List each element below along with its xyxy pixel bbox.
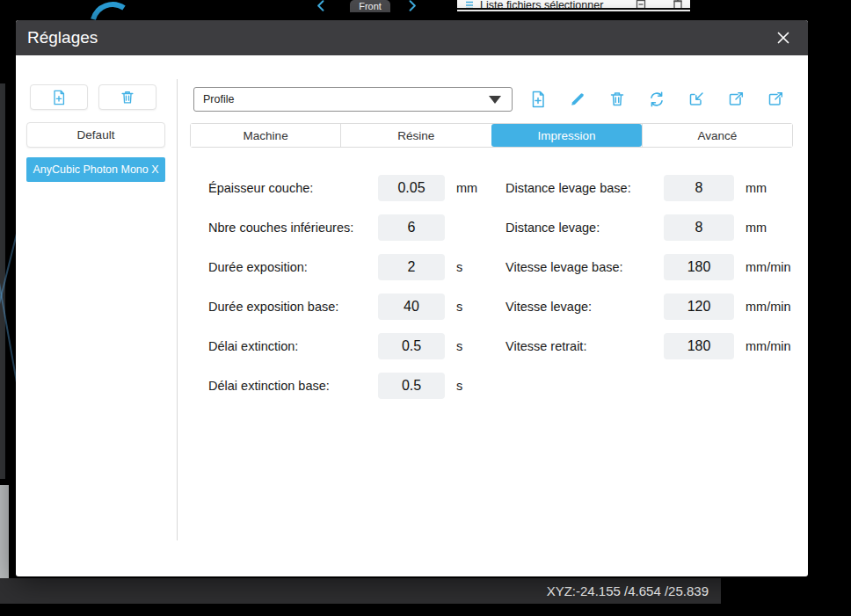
bottom-lift-speed-unit: mm/min (746, 260, 791, 274)
add-printer-icon (51, 90, 67, 105)
tab-resine[interactable]: Résine (340, 124, 491, 147)
refresh-profiles-button[interactable] (644, 86, 670, 112)
view-front-tab[interactable]: Front (350, 0, 390, 12)
print-settings-left-column: Épaisseur couche: mm Nbre couches inféri… (208, 175, 477, 399)
lift-distance-label: Distance levage: (506, 221, 664, 235)
edit-profile-button[interactable] (564, 86, 591, 112)
settings-tabs: Machine Résine Impression Avancé (190, 123, 793, 148)
retract-speed-unit: mm/min (746, 339, 791, 353)
refresh-icon (648, 91, 666, 108)
bottom-light-off-delay-label: Délai extinction base: (208, 379, 378, 393)
xyz-coordinates: XYZ:-24.155 /4.654 /25.839 (547, 583, 709, 598)
lift-speed-unit: mm/min (746, 300, 791, 314)
layer-thickness-unit: mm (456, 181, 477, 195)
form-row: Distance levage: mm (506, 214, 791, 241)
view-next-icon[interactable] (406, 0, 418, 11)
bottom-lift-distance-label: Distance levage base: (506, 181, 664, 195)
app-window: Front Liste fichiers sélectionner XYZ:-2… (0, 0, 851, 616)
lift-speed-label: Vitesse levage: (506, 300, 664, 314)
printer-list-toolbar (30, 84, 156, 110)
tab-avance[interactable]: Avancé (642, 124, 792, 147)
bottom-layers-label: Nbre couches inférieures: (208, 221, 378, 235)
close-button[interactable] (770, 25, 796, 51)
light-off-delay-unit: s (456, 339, 462, 353)
retract-speed-label: Vitesse retrait: (506, 339, 664, 353)
file-list-panel-sliver: Liste fichiers sélectionner (457, 0, 690, 11)
light-off-delay-label: Délai extinction: (208, 339, 378, 353)
file-list-header: Liste fichiers sélectionner (480, 0, 603, 11)
app-logo-fragment (91, 0, 126, 20)
import-icon (687, 91, 705, 108)
edit-icon (569, 91, 586, 108)
form-row: Distance levage base: mm (506, 175, 791, 201)
form-row: Nbre couches inférieures: (208, 214, 477, 241)
lift-distance-unit: mm (746, 221, 767, 235)
bottom-lift-speed-input[interactable] (664, 254, 734, 280)
lift-speed-input[interactable] (664, 294, 734, 320)
status-bar: XYZ:-24.155 /4.654 /25.839 (0, 578, 721, 604)
form-row: Durée exposition: s (208, 254, 477, 280)
bottom-layers-input[interactable] (378, 214, 445, 241)
bottom-lift-speed-label: Vitesse levage base: (506, 260, 664, 274)
layer-thickness-input[interactable] (378, 175, 445, 201)
tab-impression[interactable]: Impression (491, 124, 642, 147)
exposure-time-label: Durée exposition: (208, 260, 378, 274)
form-row: Épaisseur couche: mm (208, 175, 477, 201)
print-settings-right-column: Distance levage base: mm Distance levage… (506, 175, 791, 359)
view-prev-icon[interactable] (315, 0, 327, 11)
form-row: Vitesse levage base: mm/min (506, 254, 791, 280)
export-icon (727, 91, 745, 108)
tab-machine[interactable]: Machine (191, 124, 340, 147)
bottom-light-off-delay-unit: s (456, 379, 462, 393)
panel-divider (177, 79, 178, 540)
panel-edge-line (457, 8, 690, 10)
default-printer-button[interactable]: Default (26, 122, 165, 148)
bottom-lift-distance-unit: mm (746, 181, 767, 195)
bottom-lift-distance-input[interactable] (664, 175, 734, 201)
bottom-light-off-delay-input[interactable] (378, 373, 445, 399)
add-profile-button[interactable] (525, 86, 551, 112)
share-profile-button[interactable] (762, 86, 789, 112)
add-profile-icon (529, 91, 547, 108)
chevron-down-icon (489, 96, 501, 104)
delete-printer-button[interactable] (98, 84, 156, 110)
close-icon (775, 30, 791, 46)
exposure-time-unit: s (456, 260, 462, 274)
delete-profile-button[interactable] (604, 86, 630, 112)
import-profile-button[interactable] (683, 86, 709, 112)
selected-printer-item[interactable]: AnyCubic Photon Mono X (26, 157, 165, 182)
layer-thickness-label: Épaisseur couche: (208, 181, 378, 195)
profile-dropdown[interactable]: Profile (193, 87, 513, 112)
delete-printer-icon (120, 90, 135, 105)
dialog-title: Réglages (27, 28, 98, 47)
profile-dropdown-value: Profile (203, 93, 234, 105)
form-row: Durée exposition base: s (208, 294, 477, 320)
bottom-exposure-time-unit: s (456, 300, 462, 314)
exposure-time-input[interactable] (378, 254, 445, 280)
form-row: Vitesse levage: mm/min (506, 294, 791, 320)
dialog-titlebar: Réglages (16, 20, 808, 55)
share-icon (767, 91, 784, 108)
view-front-label: Front (359, 1, 382, 11)
retract-speed-input[interactable] (664, 333, 734, 359)
form-row: Délai extinction: s (208, 333, 477, 359)
profile-toolbar (525, 86, 789, 112)
add-printer-button[interactable] (30, 84, 88, 110)
form-row: Délai extinction base: s (208, 373, 477, 399)
background-toolbar-sliver (0, 485, 9, 578)
settings-dialog: Réglages Default AnyCubic Photo (16, 20, 808, 576)
light-off-delay-input[interactable] (378, 333, 445, 359)
bottom-exposure-time-input[interactable] (378, 294, 445, 320)
delete-icon (608, 91, 626, 108)
form-row: Vitesse retrait: mm/min (506, 333, 791, 359)
export-profile-button[interactable] (723, 86, 749, 112)
bottom-exposure-time-label: Durée exposition base: (208, 300, 378, 314)
lift-distance-input[interactable] (664, 214, 734, 241)
